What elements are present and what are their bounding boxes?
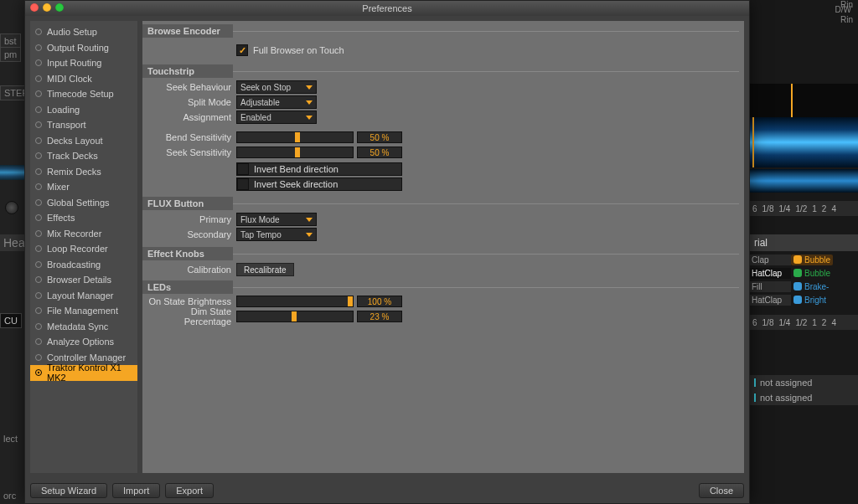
sidebar-item-label: Controller Manager	[47, 352, 126, 363]
flux-primary-label: Primary	[147, 214, 231, 224]
dim-state-percentage-slider[interactable]	[236, 311, 354, 322]
radio-icon	[35, 152, 42, 159]
bg-notassigned-row: not assigned	[749, 390, 858, 405]
bg-text: lect	[0, 432, 21, 445]
sidebar-item-timecode-setup[interactable]: Timecode Setup	[30, 86, 137, 102]
radio-icon	[35, 137, 42, 144]
sidebar-item-file-management[interactable]: File Management	[30, 303, 137, 319]
bg-rial-header: rial	[749, 234, 858, 251]
radio-icon	[35, 59, 42, 66]
radio-icon	[35, 245, 42, 252]
bg-sample-row: Clap Bubble	[749, 253, 858, 266]
sidebar-item-global-settings[interactable]: Global Settings	[30, 195, 137, 211]
sidebar-item-transport[interactable]: Transport	[30, 117, 137, 133]
invert-bend-checkbox[interactable]	[237, 163, 249, 175]
bend-sensitivity-slider[interactable]	[236, 131, 354, 143]
preferences-dialog: Preferences Audio SetupOutput RoutingInp…	[24, 0, 750, 504]
bg-timebar-val: 4	[831, 318, 836, 327]
invert-seek-checkbox[interactable]	[237, 178, 249, 190]
sidebar-item-mix-recorder[interactable]: Mix Recorder	[30, 226, 137, 242]
import-button[interactable]: Import	[112, 483, 160, 498]
sidebar-item-mixer[interactable]: Mixer	[30, 179, 137, 195]
setup-wizard-button[interactable]: Setup Wizard	[30, 483, 107, 498]
bg-track-lane	[749, 84, 858, 117]
sidebar-item-traktor-kontrol-x1-mk2[interactable]: Traktor Kontrol X1 MK2	[30, 365, 137, 381]
invert-bend-row[interactable]: Invert Bend direction	[236, 162, 402, 176]
sidebar-item-browser-details[interactable]: Browser Details	[30, 272, 137, 288]
radio-icon	[35, 44, 42, 51]
bg-timebar-val: 1/4	[778, 204, 790, 213]
radio-icon	[35, 183, 42, 190]
sidebar-item-effects[interactable]: Effects	[30, 210, 137, 226]
invert-seek-row[interactable]: Invert Seek direction	[236, 177, 402, 191]
bend-sensitivity-value: 50 %	[357, 131, 402, 143]
close-button[interactable]: Close	[699, 483, 744, 498]
background-app-left: bst pm STER Hea CU lect orc	[0, 0, 25, 504]
window-title: Preferences	[362, 3, 411, 13]
titlebar: Preferences	[25, 1, 749, 16]
chevron-down-icon	[306, 85, 313, 90]
sidebar-item-midi-clock[interactable]: MIDI Clock	[30, 71, 137, 87]
sidebar-item-label: Broadcasting	[47, 260, 101, 270]
bg-sample-left: Clap	[749, 255, 791, 265]
minimize-window-icon[interactable]	[43, 3, 51, 12]
export-button[interactable]: Export	[165, 483, 214, 498]
bg-marker	[752, 117, 754, 167]
sidebar-item-output-routing[interactable]: Output Routing	[30, 40, 137, 56]
sidebar-item-loop-recorder[interactable]: Loop Recorder	[30, 241, 137, 257]
bg-rin: Rin	[840, 15, 853, 24]
sidebar-item-label: Decks Layout	[47, 136, 103, 146]
bg-timebar-val: 2	[822, 204, 827, 213]
seek-sensitivity-slider[interactable]	[236, 147, 354, 158]
sidebar-item-loading[interactable]: Loading	[30, 102, 137, 118]
bg-waveform	[0, 165, 24, 180]
split-mode-dropdown[interactable]: Adjustable	[236, 95, 317, 109]
bg-sample-row: HatClap Bright	[749, 293, 858, 306]
assignment-label: Assignment	[147, 112, 231, 122]
preferences-content: Browse Encoder Full Browser on Touch Tou…	[142, 21, 744, 473]
radio-icon	[35, 199, 42, 206]
sidebar-item-label: File Management	[47, 306, 118, 316]
sidebar-item-layout-manager[interactable]: Layout Manager	[30, 288, 137, 304]
bg-text: orc	[0, 489, 19, 502]
sidebar-item-analyze-options[interactable]: Analyze Options	[30, 334, 137, 350]
section-header-leds: LEDs	[142, 280, 233, 294]
sidebar-item-broadcasting[interactable]: Broadcasting	[30, 257, 137, 273]
bg-sample-row: Fill Brake-	[749, 280, 858, 293]
sidebar-item-track-decks[interactable]: Track Decks	[30, 148, 137, 164]
sidebar-item-label: MIDI Clock	[47, 74, 92, 84]
sidebar-item-metadata-sync[interactable]: Metadata Sync	[30, 319, 137, 335]
flux-secondary-dropdown[interactable]: Tap Tempo	[236, 228, 317, 241]
invert-seek-label: Invert Seek direction	[254, 179, 338, 189]
background-app-right: D/W Rin Rin 6 1/8 1/4 1/2 1 2 4 rial Cla…	[749, 0, 858, 504]
sidebar-item-label: Global Settings	[47, 198, 110, 208]
chevron-down-icon	[306, 218, 313, 222]
on-state-brightness-slider[interactable]	[236, 296, 354, 307]
flux-primary-dropdown[interactable]: Flux Mode	[236, 213, 317, 226]
maximize-window-icon[interactable]	[55, 3, 64, 12]
close-window-icon[interactable]	[30, 3, 39, 12]
bg-timebar-val: 1/8	[762, 204, 774, 213]
sidebar-item-audio-setup[interactable]: Audio Setup	[30, 24, 137, 40]
assignment-dropdown[interactable]: Enabled	[236, 111, 317, 124]
bg-sample-left: Fill	[749, 281, 791, 292]
bg-timebar-val: 1/2	[795, 318, 807, 327]
invert-bend-label: Invert Bend direction	[254, 164, 339, 174]
dialog-body: Audio SetupOutput RoutingInput RoutingMI…	[25, 16, 749, 478]
recalibrate-button[interactable]: Recalibrate	[236, 263, 294, 276]
full-browser-checkbox[interactable]	[236, 44, 248, 56]
sidebar-item-label: Timecode Setup	[47, 89, 114, 99]
bg-notassigned-row: not assigned	[749, 375, 858, 390]
sidebar-item-label: Traktor Kontrol X1 MK2	[47, 363, 132, 383]
seek-behaviour-dropdown[interactable]: Seek on Stop	[236, 80, 317, 94]
radio-icon	[35, 338, 42, 345]
sidebar-item-input-routing[interactable]: Input Routing	[30, 55, 137, 71]
bend-sensitivity-label: Bend Sensitivity	[147, 132, 231, 142]
bg-waveform	[749, 117, 858, 167]
radio-icon	[35, 168, 42, 175]
sidebar-item-decks-layout[interactable]: Decks Layout	[30, 133, 137, 149]
bg-timebar-val: 6	[752, 204, 757, 213]
sidebar-item-label: Input Routing	[47, 58, 101, 68]
bg-timebar-val: 1/8	[762, 318, 774, 327]
sidebar-item-remix-decks[interactable]: Remix Decks	[30, 164, 137, 180]
